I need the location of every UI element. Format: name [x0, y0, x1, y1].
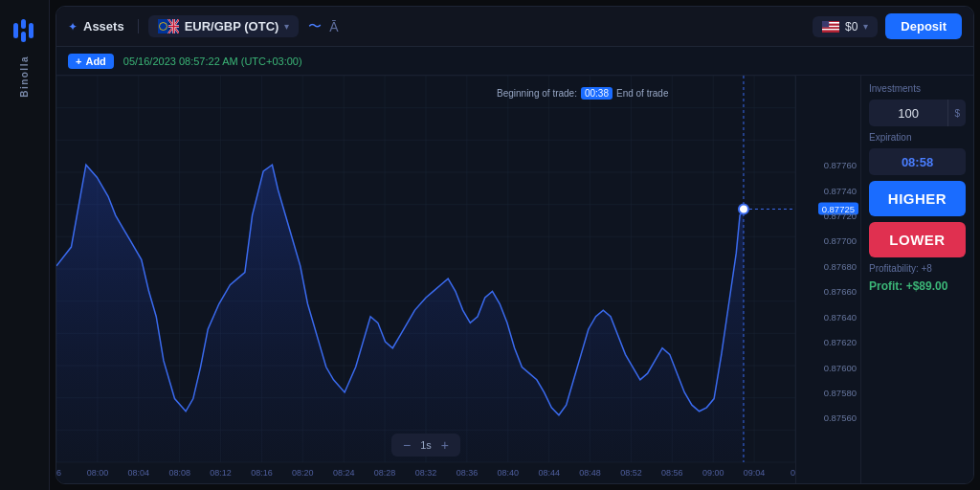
balance-area: $0 ▾ Deposit [813, 13, 962, 39]
binolla-icon [11, 17, 38, 44]
zoom-level: 1s [420, 439, 432, 451]
svg-rect-19 [822, 27, 839, 29]
trade-time-badge: 00:38 [581, 87, 612, 100]
zoom-in-button[interactable]: + [441, 437, 449, 453]
deposit-button[interactable]: Deposit [885, 13, 962, 39]
bar-chart-icon[interactable]: Ā [329, 19, 338, 34]
chart-area: Beginning of trade: 00:38 End of trade −… [56, 76, 795, 483]
assets-label: Assets [83, 19, 124, 33]
price-label: 0.87600 [824, 362, 857, 372]
investments-unit: $ [947, 100, 966, 126]
binolla-logo: Binolla [11, 17, 38, 98]
svg-rect-2 [21, 32, 26, 42]
pair-name: EUR/GBP (OTC) [185, 19, 279, 33]
trade-end-label: End of trade [616, 88, 668, 99]
price-label: 0.87660 [824, 286, 857, 297]
zoom-out-button[interactable]: − [403, 437, 411, 453]
dropdown-arrow-icon: ▾ [284, 21, 289, 32]
svg-rect-3 [29, 23, 33, 38]
datetime-label: 05/16/2023 08:57:22 AM (UTC+03:00) [123, 56, 302, 67]
higher-button[interactable]: HIGHER [869, 181, 966, 216]
price-label: 0.87740 [824, 185, 857, 195]
price-label: 0.87700 [824, 235, 857, 246]
binolla-text: Binolla [19, 56, 30, 98]
chart-type-icons: 〜 Ā [308, 18, 338, 35]
assets-icon: ✦ [68, 20, 78, 33]
subbar: + Add 05/16/2023 08:57:22 AM (UTC+03:00) [56, 47, 973, 76]
balance-badge[interactable]: $0 ▾ [813, 16, 878, 37]
price-label: 0.87560 [824, 412, 857, 423]
balance-value: $0 [845, 20, 858, 33]
price-label: 0.87760 [824, 160, 857, 170]
svg-rect-21 [822, 30, 839, 32]
assets-section: ✦ Assets [68, 19, 139, 33]
chart-wrapper: Beginning of trade: 00:38 End of trade −… [56, 76, 973, 483]
profit-amount: +$89.00 [906, 279, 948, 293]
sidebar: Binolla [0, 0, 50, 490]
investments-label: Investments [869, 83, 966, 94]
expiration-value: 08:58 [869, 148, 966, 175]
svg-rect-1 [21, 19, 26, 29]
price-chart [56, 76, 795, 483]
profit-value: Profit: +$89.00 [869, 279, 966, 293]
price-label: 0.87680 [824, 260, 857, 271]
price-axis: 0.877600.877400.877250.877200.877000.876… [795, 76, 860, 483]
profitability-label: Profitability: +8 [869, 263, 966, 274]
add-button[interactable]: + Add [68, 54, 114, 69]
add-label: Add [85, 56, 105, 67]
price-label: 0.87620 [824, 337, 857, 347]
zoom-controls: − 1s + [391, 434, 460, 457]
investments-input[interactable]: 100 $ [869, 100, 966, 126]
expiration-label: Expiration [869, 132, 966, 143]
price-label: 0.87640 [824, 311, 857, 322]
pair-selector[interactable]: EUR/GBP (OTC) ▾ [148, 15, 300, 37]
flag-us-icon [822, 21, 839, 33]
svg-rect-20 [822, 29, 839, 31]
svg-rect-0 [13, 23, 18, 38]
pair-flag [158, 19, 179, 33]
balance-dropdown-icon: ▾ [863, 21, 868, 32]
price-label: 0.87580 [824, 387, 857, 397]
investments-value: 100 [869, 106, 947, 121]
profit-label: Profit: [869, 279, 902, 293]
line-chart-icon[interactable]: 〜 [308, 18, 322, 35]
trade-tooltip: Beginning of trade: 00:38 End of trade [497, 87, 668, 100]
trade-start-label: Beginning of trade: [497, 88, 577, 99]
main-panel: ✦ Assets EUR/GBP (OTC) [56, 6, 974, 484]
topbar: ✦ Assets EUR/GBP (OTC) [56, 7, 973, 47]
price-label: 0.87720 [824, 211, 857, 221]
svg-rect-22 [822, 21, 829, 27]
add-icon: + [76, 56, 81, 67]
lower-button[interactable]: LOWER [869, 222, 966, 257]
right-panel: Investments 100 $ Expiration 08:58 HIGHE… [860, 76, 973, 483]
